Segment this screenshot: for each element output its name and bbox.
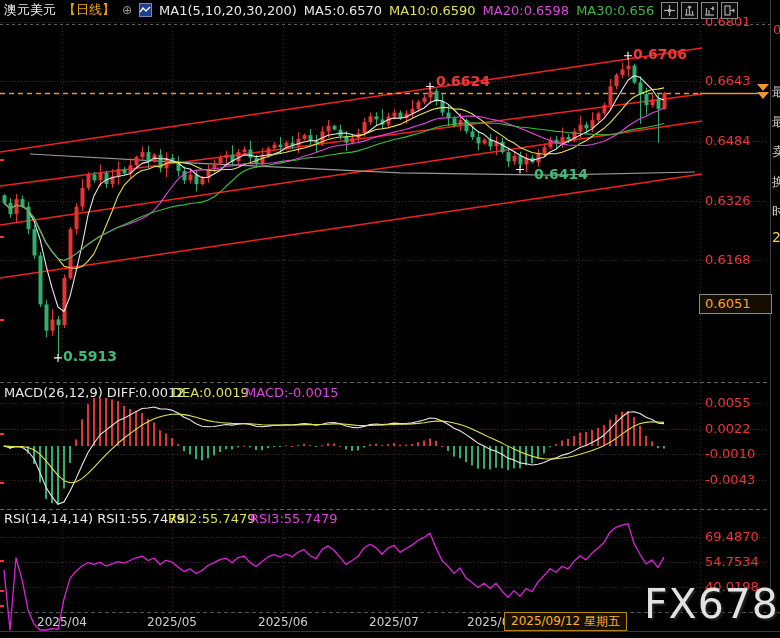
add-circle-icon[interactable]: ⊕ — [122, 4, 132, 16]
timeframe-selector[interactable]: 【日线】 — [63, 1, 115, 19]
zoom-in-icon[interactable] — [681, 2, 698, 19]
ma30-value: MA30:0.656 — [576, 3, 654, 18]
pan-right-icon[interactable] — [721, 2, 738, 19]
ma10-value: MA10:0.6590 — [389, 3, 476, 18]
clipped-right-fragment: 0 — [773, 22, 780, 37]
symbol-title: 澳元美元 — [4, 1, 56, 19]
indicator-chart-icon[interactable] — [139, 3, 152, 17]
trading-chart-window: 澳元美元 【日线】 ⊕ MA1(5,10,20,30,200) MA5:0.65… — [0, 0, 780, 638]
ma-settings-label: MA1(5,10,20,30,200) — [159, 3, 297, 18]
chart-toolbar — [661, 2, 738, 19]
ma5-value: MA5:0.6570 — [304, 3, 382, 18]
fx678-watermark: FX678 — [644, 580, 779, 628]
crosshair-icon[interactable] — [661, 2, 678, 19]
lowest-price-box: 0.6051 — [699, 294, 772, 314]
candlestick-chart-canvas[interactable] — [0, 0, 780, 638]
crosshair-date-box: 2025/09/12 星期五 — [504, 612, 627, 631]
zoom-out-icon[interactable] — [701, 2, 718, 19]
ma20-value: MA20:0.6598 — [483, 3, 570, 18]
chart-header-bar: 澳元美元 【日线】 ⊕ MA1(5,10,20,30,200) MA5:0.65… — [0, 0, 780, 20]
